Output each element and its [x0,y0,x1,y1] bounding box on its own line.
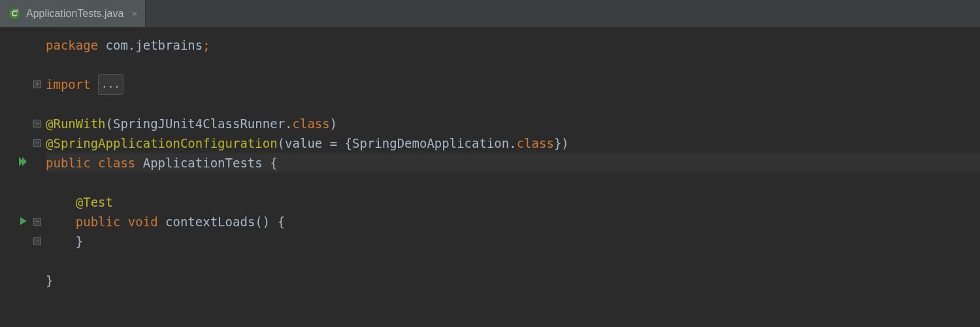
paren-open: ( [106,114,113,133]
annotation: @RunWith [46,114,106,133]
keyword-public-class: public class [46,153,143,173]
java-class-icon: C [8,7,21,20]
run-test-class-icon[interactable] [17,156,29,170]
close-icon[interactable]: × [129,8,137,19]
semicolon: ; [203,35,210,55]
brace-open: { [270,153,277,173]
class-ref: SpringDemoApplication [352,133,509,153]
code-line[interactable]: public void contextLoads() { [46,212,980,232]
paren-close: ) [330,114,337,133]
gutter-fold [31,35,43,327]
param: value = { [285,133,352,153]
keyword-class: class [293,114,330,133]
code-area[interactable]: package com.jetbrains; import ... @RunWi… [43,35,980,327]
class-name: ApplicationTests [143,153,270,173]
folded-imports[interactable]: ... [98,74,123,95]
fold-collapse-icon[interactable] [33,120,41,128]
indent [46,192,76,212]
code-line-empty[interactable] [46,55,980,75]
package-name: com.jetbrains [106,35,203,55]
code-line[interactable]: @SpringApplicationConfiguration(value = … [46,133,980,153]
dot: . [285,114,292,133]
paren-open: ( [278,133,285,153]
brace-close: } [76,232,83,251]
fold-collapse-icon[interactable] [33,218,41,226]
run-test-method-icon[interactable] [18,215,29,229]
paren-close: }) [554,133,569,153]
code-line-empty[interactable] [46,94,980,114]
indent [46,232,76,251]
dot: . [509,133,516,153]
keyword-package: package [46,35,106,55]
gutter-icons [0,35,31,327]
editor-area: package com.jetbrains; import ... @RunWi… [0,27,980,327]
class-ref: SpringJUnit4ClassRunner [113,114,285,133]
code-line-empty[interactable] [46,173,980,192]
tab-filename: ApplicationTests.java [26,8,123,20]
fold-collapse-icon[interactable] [33,237,41,245]
parens-brace: () { [255,212,285,232]
code-line[interactable]: } [46,232,980,251]
code-line[interactable]: import ... [46,75,980,94]
method-name: contextLoads [165,212,255,232]
fold-collapse-icon[interactable] [33,139,41,147]
keyword-public-void: public void [76,212,165,232]
fold-expand-icon[interactable] [33,80,41,88]
code-line[interactable]: @RunWith(SpringJUnit4ClassRunner.class) [46,114,980,133]
annotation: @SpringApplicationConfiguration [46,133,278,153]
code-line-current[interactable]: public class ApplicationTests { [46,153,980,173]
code-line-empty[interactable] [46,251,980,271]
code-line[interactable]: @Test [46,192,980,212]
code-line[interactable]: } [46,271,980,290]
tab-bar: C ApplicationTests.java × [0,0,980,27]
brace-close: } [46,271,53,290]
keyword-import: import [46,75,98,94]
indent [46,212,76,232]
keyword-class: class [517,133,554,153]
code-line[interactable]: package com.jetbrains; [46,35,980,55]
annotation: @Test [76,192,113,212]
file-tab[interactable]: C ApplicationTests.java × [0,0,146,27]
